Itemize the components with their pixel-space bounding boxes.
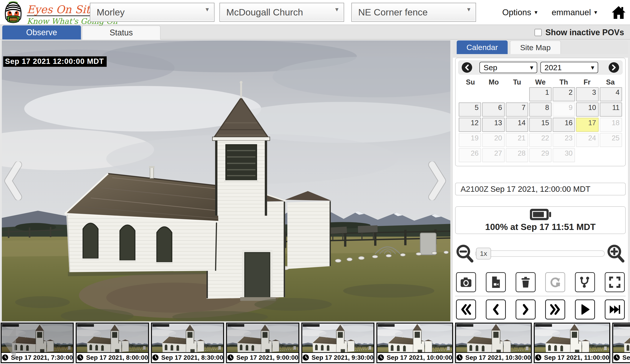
calendar-day[interactable]: 1 — [529, 87, 552, 101]
thumbnail[interactable]: Sep 17 2021, 8:30:00 — [151, 323, 224, 363]
thumbnail-label: Sep 17 2021, 9:30:00 — [302, 352, 374, 362]
calendar-day: 27 — [482, 148, 504, 162]
month-select[interactable]: Sep▾ — [480, 62, 537, 73]
site-select[interactable]: Morley ▼ — [90, 3, 214, 22]
thumbnail-timestamp-overlay — [77, 324, 94, 327]
camera-info-bar: A2100Z Sep 17 2021, 12:00:00 MDT — [455, 183, 626, 195]
thumbnail-label: Sep 17 2021, 11:30:00 — [613, 352, 630, 362]
thumbnail[interactable]: Sep 17 2021, 11:00:00 — [534, 323, 610, 363]
thumbnail-label: Sep 17 2021, 10:30:00 — [456, 352, 531, 362]
calendar-day[interactable]: 7 — [506, 102, 528, 117]
calendar-day: 25 — [600, 133, 622, 147]
next-image-arrow[interactable] — [427, 162, 447, 200]
location-select[interactable]: McDougall Church ▼ — [220, 3, 344, 22]
calendar-day: 22 — [529, 133, 552, 147]
thumbnail[interactable]: Sep 17 2021, 10:30:00 — [455, 323, 532, 363]
calendar-day: 29 — [529, 148, 552, 162]
calendar-day[interactable]: 4 — [600, 87, 622, 101]
zoom-out-button[interactable] — [455, 244, 475, 263]
tiki-logo-icon — [2, 1, 24, 24]
calendar-day: 19 — [459, 133, 481, 147]
sidebar-panel: Calendar Site Map Sep▾ 2021▾ SuMoTuWeThF… — [452, 40, 628, 322]
fullscreen-icon — [608, 276, 621, 289]
weekday-label: We — [529, 78, 552, 87]
thumbnail[interactable]: Sep 17 2021, 9:30:00 — [301, 323, 374, 363]
thumbnail-label: Sep 17 2021, 8:00:00 — [77, 352, 148, 362]
snapshot-button[interactable] — [456, 272, 476, 292]
zoom-in-button[interactable] — [606, 244, 626, 263]
calendar-day[interactable]: 3 — [576, 87, 598, 101]
calendar-day[interactable]: 15 — [529, 118, 552, 132]
thumbnail[interactable]: Sep 17 2021, 9:00:00 — [226, 323, 299, 363]
tab-status[interactable]: Status — [82, 25, 160, 39]
latest-image-button[interactable] — [605, 300, 625, 320]
play-icon — [578, 303, 591, 316]
fast-forward-button[interactable] — [545, 300, 565, 320]
thumbnail-image — [2, 324, 73, 352]
calendar-day-selected[interactable]: 17 — [576, 118, 598, 132]
play-button[interactable] — [575, 300, 595, 320]
calendar-day[interactable]: 10 — [576, 102, 598, 117]
home-button[interactable] — [611, 6, 626, 19]
calendar-day[interactable]: 2 — [553, 87, 575, 101]
thumbnail[interactable]: Sep 17 2021, 7:30:00 — [1, 323, 74, 363]
tab-site-map[interactable]: Site Map — [510, 40, 561, 54]
weekday-label: Tu — [505, 78, 529, 87]
calendar-day: 26 — [459, 148, 481, 162]
weekday-label: Sa — [598, 78, 622, 87]
calendar-day[interactable]: 14 — [506, 118, 528, 132]
calendar-day[interactable]: 5 — [459, 102, 481, 117]
thumbnail-time: Sep 17 2021, 8:30:00 — [161, 354, 223, 361]
thumbnail-image — [377, 324, 452, 352]
tab-calendar[interactable]: Calendar — [457, 40, 508, 54]
calendar-day[interactable]: 12 — [459, 118, 481, 132]
zoom-slider-track[interactable]: 1x — [475, 250, 605, 257]
fullscreen-button[interactable] — [605, 272, 625, 292]
select-caret-icon: ▾ — [591, 64, 594, 71]
dropdown-caret-icon: ▼ — [204, 6, 210, 13]
previous-image-button[interactable] — [486, 300, 506, 320]
calendar-day[interactable]: 13 — [482, 118, 504, 132]
first-image-button[interactable] — [456, 300, 476, 320]
calendar-day — [600, 148, 622, 162]
options-menu[interactable]: Options▼ — [502, 8, 538, 17]
thumbnail-time: Sep 17 2021, 11:30:00 — [622, 354, 630, 361]
magnifier-plus-icon — [606, 244, 626, 263]
thumbnail-image — [227, 324, 298, 352]
year-select[interactable]: 2021▾ — [540, 62, 598, 73]
thumbnail[interactable]: Sep 17 2021, 10:00:00 — [376, 323, 453, 363]
tab-observe[interactable]: Observe — [2, 25, 81, 39]
calendar-day[interactable]: 11 — [600, 102, 622, 117]
delete-button[interactable] — [516, 272, 536, 292]
previous-image-arrow[interactable] — [3, 162, 24, 200]
calendar-day: 30 — [553, 148, 575, 162]
share-button[interactable] — [575, 272, 595, 292]
pov-select[interactable]: NE Corner fence ▼ — [352, 3, 476, 22]
video-file-icon — [490, 276, 502, 289]
user-menu[interactable]: emmanuel▼ — [552, 8, 598, 17]
calendar-day[interactable]: 6 — [482, 102, 504, 117]
next-image-button[interactable] — [516, 300, 536, 320]
next-month-button[interactable] — [608, 62, 619, 73]
video-export-button[interactable] — [486, 272, 506, 292]
camera-photo — [2, 40, 450, 321]
thumbnail[interactable]: Sep 17 2021, 11:30:00 — [612, 323, 630, 363]
weekday-label: Mo — [482, 78, 506, 87]
thumbnail-time: Sep 17 2021, 10:30:00 — [465, 354, 531, 361]
thumbnail-time: Sep 17 2021, 7:30:00 — [11, 354, 73, 361]
thumbnail-image — [535, 324, 609, 352]
sidebar-tabbar: Calendar Site Map — [452, 40, 628, 54]
dropdown-caret-icon: ▼ — [534, 9, 538, 15]
previous-month-button[interactable] — [462, 62, 472, 73]
zoom-slider-handle[interactable]: 1x — [476, 248, 491, 260]
camera-icon — [460, 276, 472, 289]
show-inactive-povs-checkbox[interactable] — [534, 29, 542, 36]
calendar-day[interactable]: 8 — [529, 102, 552, 117]
battery-status-card: 100% at Sep 17 11:51 MDT — [455, 206, 626, 234]
clock-icon — [613, 354, 620, 361]
weekday-label: Fr — [576, 78, 599, 87]
calendar-day: 28 — [506, 148, 528, 162]
branch-share-icon — [578, 276, 591, 289]
thumbnail[interactable]: Sep 17 2021, 8:00:00 — [76, 323, 149, 363]
calendar-day[interactable]: 16 — [553, 118, 575, 132]
